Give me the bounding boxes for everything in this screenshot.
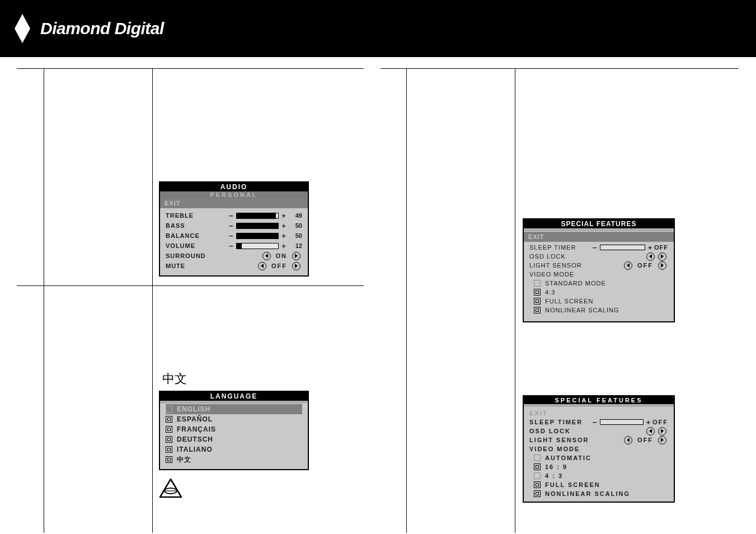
sf1-light-sensor[interactable]: LIGHT SENSOR OFF bbox=[529, 261, 668, 270]
caution-icon bbox=[159, 478, 182, 500]
arrow-right-icon[interactable] bbox=[658, 427, 666, 435]
rule bbox=[381, 68, 739, 69]
minus-icon: − bbox=[591, 243, 599, 252]
language-osd-title: LANGUAGE bbox=[160, 392, 308, 401]
sf2-mode-option[interactable]: AUTOMATIC bbox=[529, 453, 668, 462]
mode-icon bbox=[534, 490, 541, 497]
audio-balance-row[interactable]: BALANCE−+50 bbox=[166, 231, 302, 241]
arrow-left-icon[interactable] bbox=[624, 436, 632, 444]
slider-track[interactable] bbox=[236, 233, 279, 239]
plus-icon: + bbox=[280, 242, 288, 250]
audio-osd-body: TREBLE−+49BASS−+50BALANCE−+50VOLUME−+12 … bbox=[160, 208, 308, 275]
sf2-sleep-timer-value: OFF bbox=[652, 419, 668, 425]
sf1-mode-option[interactable]: 4:3 bbox=[529, 288, 668, 297]
sf2-light-sensor[interactable]: LIGHT SENSOR OFF bbox=[529, 435, 668, 444]
language-option-deutsch[interactable]: DEUTSCH bbox=[166, 434, 302, 444]
sf2-mode-option[interactable]: 16 : 9 bbox=[529, 462, 668, 471]
language-option-español[interactable]: ESPAÑOL bbox=[166, 414, 302, 424]
rule bbox=[152, 68, 153, 533]
sf2-mode-label: 4 : 3 bbox=[545, 472, 563, 479]
audio-bass-row[interactable]: BASS−+50 bbox=[166, 221, 302, 231]
rule bbox=[17, 285, 364, 286]
sf2-mode-label: 16 : 9 bbox=[545, 463, 567, 470]
checkbox-icon bbox=[166, 426, 172, 433]
sf1-exit[interactable]: EXIT bbox=[524, 232, 674, 242]
plus-icon: + bbox=[645, 418, 652, 427]
language-option-label: ITALIANO bbox=[177, 446, 213, 453]
sf2-exit[interactable]: EXIT bbox=[529, 409, 668, 418]
plus-icon: + bbox=[646, 243, 654, 252]
slider-track[interactable] bbox=[236, 223, 279, 229]
slider-track[interactable] bbox=[600, 419, 644, 425]
sf2-sleep-timer[interactable]: SLEEP TIMER − + OFF bbox=[529, 418, 668, 427]
minus-icon: − bbox=[227, 232, 235, 240]
checkbox-icon bbox=[166, 446, 172, 453]
sf1-mode-option[interactable]: STANDARD MODE bbox=[529, 279, 668, 288]
brand-logo: Diamond Digital bbox=[12, 13, 164, 44]
audio-row-label: VOLUME bbox=[166, 242, 227, 249]
arrow-right-icon[interactable] bbox=[658, 261, 666, 270]
diamond-icon bbox=[12, 13, 32, 44]
sf2-sleep-timer-label: SLEEP TIMER bbox=[529, 419, 591, 425]
audio-row-label: BALANCE bbox=[166, 232, 227, 239]
special-features-osd-1: SPECIAL FEATURES EXIT SLEEP TIMER − + OF… bbox=[523, 218, 675, 322]
rule bbox=[17, 68, 364, 69]
audio-row-value: 12 bbox=[288, 242, 302, 249]
sf1-video-mode: VIDEO MODE bbox=[529, 270, 668, 279]
sf2-mode-option[interactable]: FULL SCREEN bbox=[529, 480, 668, 489]
sf1-title: SPECIAL FEATURES bbox=[524, 219, 674, 228]
arrow-left-icon[interactable] bbox=[646, 252, 655, 261]
mode-icon bbox=[534, 463, 541, 470]
language-option-italiano[interactable]: ITALIANO bbox=[166, 444, 302, 455]
sf1-light-sensor-label: LIGHT SENSOR bbox=[529, 262, 591, 269]
checkbox-icon bbox=[166, 436, 172, 443]
audio-treble-row[interactable]: TREBLE−+49 bbox=[166, 210, 302, 221]
sf2-mode-label: FULL SCREEN bbox=[545, 481, 600, 488]
language-option-english[interactable]: ENGLISH bbox=[166, 404, 302, 414]
sf1-mode-option[interactable]: FULL SCREEN bbox=[529, 297, 668, 306]
audio-volume-row[interactable]: VOLUME−+12 bbox=[166, 241, 302, 251]
audio-osd-subheader: PERSONAL bbox=[160, 191, 308, 198]
sf1-mode-option[interactable]: NONLINEAR SCALING bbox=[529, 306, 668, 315]
arrow-left-icon[interactable] bbox=[258, 262, 266, 270]
slider-track[interactable] bbox=[600, 245, 645, 250]
arrow-left-icon[interactable] bbox=[624, 261, 632, 270]
sf1-osd-lock[interactable]: OSD LOCK bbox=[529, 252, 668, 261]
sf2-mode-option[interactable]: 4 : 3 bbox=[529, 471, 668, 480]
arrow-right-icon[interactable] bbox=[292, 252, 300, 260]
sf2-osd-lock[interactable]: OSD LOCK bbox=[529, 427, 668, 435]
sf1-mode-label: FULL SCREEN bbox=[545, 298, 593, 305]
sf1-light-sensor-state: OFF bbox=[637, 262, 653, 269]
audio-row-label: TREBLE bbox=[166, 212, 227, 219]
audio-exit[interactable]: EXIT bbox=[160, 198, 308, 208]
arrow-left-icon[interactable] bbox=[262, 252, 271, 260]
slider-track[interactable] bbox=[236, 243, 279, 249]
svg-marker-0 bbox=[15, 14, 30, 43]
language-option-français[interactable]: FRANÇAIS bbox=[166, 424, 302, 434]
sf2-osd-lock-label: OSD LOCK bbox=[529, 428, 591, 434]
audio-surround-row[interactable]: SURROUNDON bbox=[166, 251, 302, 261]
rule bbox=[44, 68, 44, 533]
sf1-sleep-timer[interactable]: SLEEP TIMER − + OFF bbox=[529, 243, 668, 252]
mode-icon bbox=[534, 481, 541, 488]
language-option-label: 中文 bbox=[177, 455, 191, 465]
language-option-中文[interactable]: 中文 bbox=[166, 455, 302, 465]
audio-osd-title: AUDIO bbox=[160, 182, 308, 191]
arrow-right-icon[interactable] bbox=[658, 252, 666, 261]
language-option-label: ESPAÑOL bbox=[177, 415, 213, 423]
sf2-mode-label: NONLINEAR SCALING bbox=[545, 490, 630, 497]
audio-toggle-state: OFF bbox=[271, 263, 287, 269]
sf2-mode-option[interactable]: NONLINEAR SCALING bbox=[529, 489, 668, 498]
audio-toggle-state: ON bbox=[276, 252, 288, 259]
arrow-right-icon[interactable] bbox=[292, 262, 300, 270]
sf1-osd-lock-label: OSD LOCK bbox=[529, 253, 591, 260]
header-bar: Diamond Digital bbox=[0, 0, 756, 57]
sf2-body: EXIT SLEEP TIMER − + OFF OSD LOCK LIGHT … bbox=[524, 406, 674, 502]
audio-mute-row[interactable]: MUTEOFF bbox=[166, 261, 302, 271]
sf1-mode-label: NONLINEAR SCALING bbox=[545, 307, 619, 313]
arrow-left-icon[interactable] bbox=[646, 427, 655, 435]
arrow-right-icon[interactable] bbox=[658, 436, 666, 444]
sf1-sleep-timer-label: SLEEP TIMER bbox=[529, 244, 591, 251]
audio-row-value: 49 bbox=[288, 212, 302, 219]
slider-track[interactable] bbox=[236, 213, 279, 219]
